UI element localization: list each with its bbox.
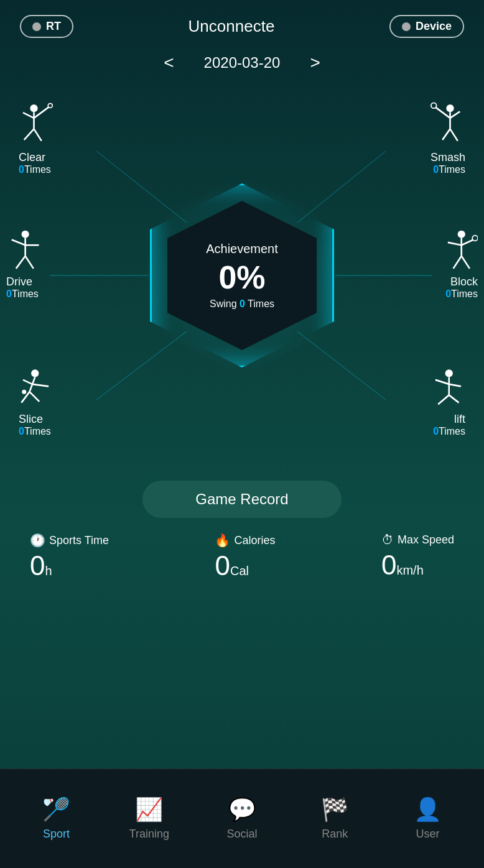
nav-user-label: User bbox=[416, 828, 439, 841]
achievement-percent: 0% bbox=[218, 261, 265, 293]
calories-unit: Cal bbox=[230, 564, 249, 578]
svg-line-6 bbox=[34, 129, 42, 141]
svg-point-31 bbox=[22, 390, 26, 394]
social-icon: 💬 bbox=[228, 796, 256, 823]
achievement-label: Achievement bbox=[206, 242, 278, 256]
lift-label: lift bbox=[454, 413, 465, 426]
nav-training-label: Training bbox=[129, 828, 169, 841]
svg-line-13 bbox=[450, 129, 458, 141]
svg-line-33 bbox=[30, 392, 40, 402]
device-label: Device bbox=[416, 20, 452, 33]
max-speed-unit: km/h bbox=[396, 563, 423, 577]
next-date-button[interactable]: > bbox=[310, 53, 320, 73]
svg-point-0 bbox=[30, 104, 37, 112]
svg-point-20 bbox=[458, 231, 465, 238]
svg-line-29 bbox=[23, 380, 32, 384]
header: RT Unconnecte Device bbox=[0, 0, 484, 48]
nav-social[interactable]: 💬 Social bbox=[195, 796, 288, 841]
svg-line-25 bbox=[454, 256, 462, 269]
svg-line-22 bbox=[448, 242, 462, 245]
hexagon-outer: Achievement 0% Swing 0 Times bbox=[149, 182, 335, 369]
svg-line-36 bbox=[435, 380, 449, 384]
current-date: 2020-03-20 bbox=[204, 54, 281, 72]
clear-label: Clear bbox=[19, 151, 45, 164]
svg-line-18 bbox=[16, 256, 26, 269]
drive-player-icon bbox=[6, 226, 50, 275]
nav-training[interactable]: 📈 Training bbox=[103, 796, 195, 841]
shot-drive: Drive 0Times bbox=[6, 226, 50, 300]
svg-line-19 bbox=[26, 256, 34, 269]
slice-label: Slice bbox=[19, 413, 43, 426]
svg-line-39 bbox=[449, 395, 459, 402]
slice-times: 0Times bbox=[19, 426, 51, 437]
clear-player-icon bbox=[19, 101, 62, 151]
connection-status: Unconnecte bbox=[188, 17, 275, 36]
smash-player-icon bbox=[422, 101, 465, 151]
svg-line-26 bbox=[462, 256, 470, 269]
smash-label: Smash bbox=[430, 151, 465, 164]
bottom-navigation: 🏸 Sport 📈 Training 💬 Social 🏁 Rank 👤 Use… bbox=[0, 769, 484, 868]
block-label: Block bbox=[450, 275, 478, 289]
game-record-section: Game Record 🕐 Sports Time 0h 🔥 Calories … bbox=[0, 468, 484, 581]
nav-sport[interactable]: 🏸 Sport bbox=[10, 796, 103, 841]
svg-line-12 bbox=[442, 129, 450, 140]
calories-icon: 🔥 bbox=[215, 533, 230, 548]
sports-time-label: Sports Time bbox=[49, 534, 109, 547]
user-icon: 👤 bbox=[414, 796, 442, 823]
swing-text: Swing 0 Times bbox=[210, 298, 274, 310]
rt-badge[interactable]: RT bbox=[20, 15, 73, 38]
svg-line-9 bbox=[450, 111, 460, 118]
calories-label: Calories bbox=[234, 534, 275, 547]
nav-social-label: Social bbox=[226, 828, 257, 841]
svg-point-24 bbox=[472, 236, 478, 241]
svg-point-11 bbox=[431, 103, 437, 108]
shots-container: Clear 0Times Smash 0Times Dri bbox=[0, 83, 484, 468]
svg-line-5 bbox=[24, 129, 34, 140]
svg-point-14 bbox=[22, 231, 29, 238]
nav-user[interactable]: 👤 User bbox=[381, 796, 474, 841]
hexagon-inner: Achievement 0% Swing 0 Times bbox=[167, 201, 317, 350]
smash-times: 0Times bbox=[433, 164, 465, 175]
svg-line-2 bbox=[23, 113, 34, 118]
hexagon-center: Achievement 0% Swing 0 Times bbox=[149, 182, 335, 369]
rt-label: RT bbox=[46, 20, 61, 33]
block-times: 0Times bbox=[445, 289, 478, 300]
prev-date-button[interactable]: < bbox=[164, 53, 174, 73]
sports-time-unit: h bbox=[45, 564, 52, 578]
shot-clear: Clear 0Times bbox=[19, 101, 62, 175]
lift-player-icon bbox=[422, 363, 465, 413]
training-icon: 📈 bbox=[135, 796, 163, 823]
block-player-icon bbox=[434, 226, 478, 275]
drive-label: Drive bbox=[6, 275, 32, 289]
game-record-button[interactable]: Game Record bbox=[142, 481, 342, 518]
svg-point-34 bbox=[445, 369, 453, 377]
rank-icon: 🏁 bbox=[321, 796, 349, 823]
sports-time-stat: 🕐 Sports Time 0h bbox=[30, 533, 109, 581]
sports-time-value: 0 bbox=[30, 550, 45, 581]
sport-icon: 🏸 bbox=[42, 796, 70, 823]
nav-rank[interactable]: 🏁 Rank bbox=[289, 796, 381, 841]
nav-sport-label: Sport bbox=[43, 828, 70, 841]
svg-point-4 bbox=[48, 103, 52, 108]
calories-stat: 🔥 Calories 0Cal bbox=[215, 533, 275, 581]
slice-player-icon bbox=[19, 363, 62, 413]
sports-time-icon: 🕐 bbox=[30, 533, 45, 548]
shot-slice: Slice 0Times bbox=[19, 363, 62, 437]
svg-line-23 bbox=[462, 240, 473, 246]
stats-row: 🕐 Sports Time 0h 🔥 Calories 0Cal ⏱ Max S… bbox=[20, 533, 464, 581]
date-navigation: < 2020-03-20 > bbox=[0, 48, 484, 83]
device-badge[interactable]: Device bbox=[389, 15, 464, 38]
shot-block: Block 0Times bbox=[434, 226, 478, 300]
shot-smash: Smash 0Times bbox=[422, 101, 465, 175]
clear-times: 0Times bbox=[19, 164, 51, 175]
drive-times: 0Times bbox=[6, 289, 39, 300]
max-speed-label: Max Speed bbox=[398, 533, 454, 547]
rt-dot bbox=[32, 22, 41, 31]
max-speed-value: 0 bbox=[381, 550, 396, 580]
device-dot bbox=[402, 22, 411, 31]
calories-value: 0 bbox=[215, 550, 230, 581]
svg-line-16 bbox=[12, 240, 26, 246]
max-speed-icon: ⏱ bbox=[381, 533, 394, 547]
svg-point-27 bbox=[31, 369, 39, 377]
max-speed-stat: ⏱ Max Speed 0km/h bbox=[381, 533, 454, 581]
